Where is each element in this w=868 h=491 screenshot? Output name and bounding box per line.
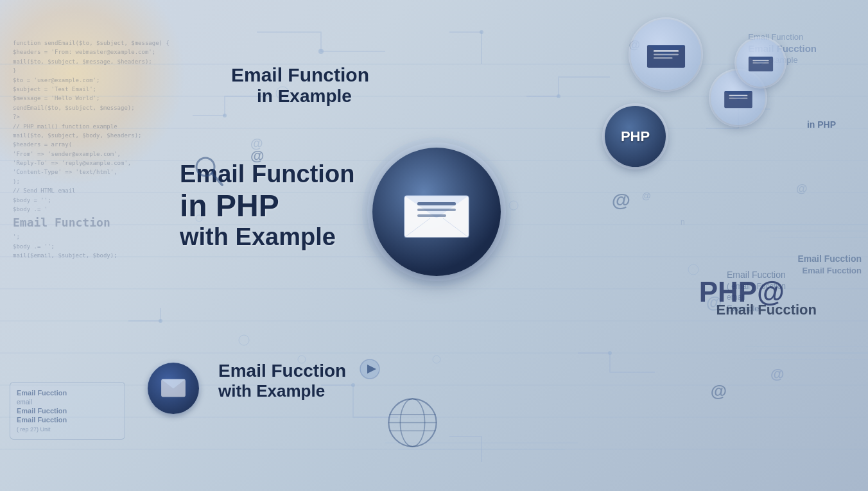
svg-point-24: [433, 356, 440, 363]
top-right-email-bubble-large: [630, 19, 701, 90]
svg-rect-58: [752, 60, 768, 61]
svg-text:@: @: [796, 182, 808, 195]
play-icon: [360, 359, 380, 379]
bl-ghost-line2: email: [17, 399, 118, 406]
svg-rect-51: [654, 50, 679, 52]
svg-rect-53: [654, 57, 673, 58]
top-center-line2: in Example: [257, 86, 369, 107]
svg-rect-56: [729, 98, 747, 99]
play-button[interactable]: [360, 359, 380, 382]
main-title-line3: with Example: [180, 223, 354, 251]
search-icon: [193, 154, 225, 189]
center-icon-outer-ring: [372, 148, 501, 276]
in-php-ghost-label: in PHP: [807, 119, 836, 130]
svg-line-42: [212, 173, 222, 185]
bl-ghost-line4: Email Fucction: [17, 416, 118, 424]
svg-point-14: [480, 30, 483, 34]
svg-text:n: n: [681, 218, 685, 227]
bottom-center-title-block: Email Fucction with Example: [218, 361, 346, 401]
top-right-email-bubble-small: [736, 39, 785, 87]
svg-rect-44: [417, 202, 456, 205]
bottom-left-icon-bubble: [148, 363, 199, 414]
center-email-icon-container: [372, 148, 501, 276]
at-symbol-2: @: [612, 189, 630, 211]
php-bubble: PHP: [605, 106, 666, 167]
top-right-email-icon: [645, 39, 687, 70]
bottom-right-ghost-line2: Email Fucction: [797, 266, 862, 275]
svg-text:@: @: [770, 366, 784, 382]
at-symbol-3: @: [711, 381, 727, 401]
globe-icon: [385, 395, 440, 450]
svg-rect-52: [654, 54, 679, 55]
main-container: @ @ @ @ @ n function sendEmail($to, $sub…: [0, 0, 868, 491]
svg-point-13: [318, 49, 324, 54]
top-right-email-icon-small: [747, 53, 774, 73]
bottom-center-line2: with Example: [218, 381, 346, 401]
php-bubble-label: PHP: [621, 128, 650, 145]
svg-point-21: [509, 201, 518, 210]
svg-point-16: [223, 114, 227, 117]
svg-rect-55: [729, 94, 747, 96]
search-icon-container: [193, 154, 225, 192]
bottom-left-icon-svg: [159, 375, 187, 401]
main-title-line2: in PHP: [180, 188, 354, 223]
svg-point-19: [608, 351, 612, 355]
svg-point-26: [688, 264, 699, 275]
globe-icon-container: [385, 395, 440, 452]
svg-point-22: [239, 335, 249, 345]
code-background: function sendEmail($to, $subject, $messa…: [13, 39, 205, 347]
bottom-right-ghost-line1: Email Fucction: [797, 254, 862, 264]
bl-ghost-line5: ( rep 27) Unit: [17, 426, 118, 433]
php-at-text: PHP@: [699, 276, 785, 308]
bottom-left-ghost-box: Email Fucction email Email Fucction Emai…: [10, 382, 125, 440]
svg-point-15: [557, 94, 560, 98]
in-php-text: in PHP: [807, 119, 836, 130]
svg-rect-45: [417, 209, 456, 211]
bl-ghost-line1: Email Fucction: [17, 389, 118, 397]
center-email-icon-svg: [401, 186, 472, 237]
svg-rect-46: [417, 214, 446, 217]
bottom-center-line1: Email Fucction: [218, 361, 346, 381]
email-fucction-right-block: Email Fucction Email Fucction: [797, 254, 862, 275]
top-center-line1: Email Function: [231, 64, 369, 86]
top-center-title-block: Email Function in Example: [231, 64, 369, 107]
top-right-email-icon-medium: [723, 87, 754, 110]
svg-point-17: [351, 383, 355, 387]
svg-rect-59: [752, 62, 768, 64]
svg-text:@: @: [642, 191, 651, 201]
bl-ghost-line3: Email Fucction: [17, 407, 118, 415]
